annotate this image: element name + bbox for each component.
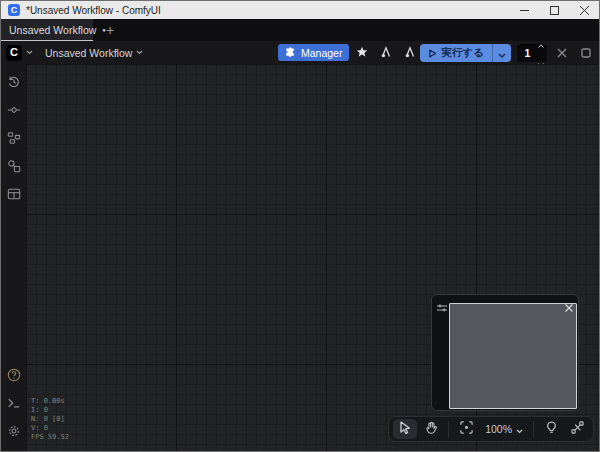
pan-hand-icon	[425, 420, 437, 438]
run-dropdown-chevron	[498, 44, 506, 62]
tab-unsaved-workflow[interactable]: Unsaved Workflow ●	[1, 19, 93, 41]
sidebar	[1, 64, 26, 452]
run-dropdown-button[interactable]	[493, 44, 511, 62]
sidebar-item-help[interactable]	[1, 363, 26, 391]
workflow-tabbar: Unsaved Workflow ● +	[1, 19, 599, 41]
stat-nodes: N: 0 [0]	[31, 415, 69, 424]
maximize-button[interactable]	[539, 1, 569, 19]
sidebar-item-queue[interactable]	[1, 70, 26, 98]
zoom-dropdown-chevron	[516, 420, 523, 438]
zoom-level-value: 100%	[485, 423, 512, 435]
pan-tool-button[interactable]	[419, 419, 443, 439]
whats-new-button[interactable]	[351, 44, 373, 61]
minimap-panel[interactable]	[431, 294, 579, 411]
logo-dropdown-chevron[interactable]	[26, 50, 33, 55]
sidebar-bottom	[1, 363, 26, 452]
sidebar-item-node-library[interactable]	[1, 126, 26, 154]
minimap-viewport[interactable]	[449, 303, 577, 409]
sidebar-item-node-link[interactable]	[1, 98, 26, 126]
zoom-level-control[interactable]: 100%	[480, 420, 528, 438]
run-cluster: 実行する 1	[420, 41, 596, 64]
toggle-links-icon	[571, 420, 584, 438]
node-link-icon	[7, 103, 21, 121]
cursor-icon	[399, 420, 411, 438]
window-title: *Unsaved Workflow - ComfyUI	[26, 5, 161, 16]
model-manager-button[interactable]	[399, 44, 421, 61]
help-icon	[7, 368, 21, 386]
settings-gear-icon	[7, 424, 21, 442]
minimize-icon	[520, 6, 529, 15]
comfyui-menu-logo[interactable]: C	[6, 45, 22, 61]
toolbar-divider	[533, 421, 534, 437]
fit-view-icon	[460, 420, 473, 438]
comfyui-window: C *Unsaved Workflow - ComfyUI Unsaved Wo…	[0, 0, 600, 452]
fit-view-button[interactable]	[454, 419, 478, 439]
action-bar-left: C Unsaved Workflow	[6, 41, 143, 64]
sidebar-item-model-library[interactable]	[1, 154, 26, 182]
toggle-theme-button[interactable]	[539, 419, 563, 439]
toggle-links-button[interactable]	[565, 419, 589, 439]
close-button[interactable]	[569, 1, 599, 19]
sidebar-item-templates[interactable]	[1, 182, 26, 210]
minimap-options-icon[interactable]	[436, 299, 448, 317]
stop-button[interactable]	[577, 44, 595, 62]
stat-images: I: 0	[31, 406, 69, 415]
stat-time: T: 0.00s	[31, 397, 69, 406]
manager-button[interactable]: Manager	[278, 44, 349, 61]
action-bar: C Unsaved Workflow Manager ⋮	[1, 41, 599, 64]
perf-stats: T: 0.00s I: 0 N: 0 [0] V: 0 FPS 59.52	[31, 397, 69, 442]
run-button: 実行する	[420, 44, 512, 62]
manager-button-label: Manager	[301, 47, 342, 59]
queue-history-icon	[7, 75, 21, 93]
templates-icon	[7, 187, 21, 205]
stepper-up-icon[interactable]	[538, 34, 544, 52]
run-button-main[interactable]: 実行する	[420, 44, 493, 62]
terminal-icon	[7, 396, 21, 414]
maximize-icon	[550, 6, 559, 15]
batch-count-stepper[interactable]: 1	[517, 44, 547, 62]
lightbulb-icon	[546, 420, 557, 438]
select-tool-button[interactable]	[393, 419, 417, 439]
run-button-label: 実行する	[442, 46, 485, 60]
minimap-close-button[interactable]	[565, 298, 573, 316]
batch-count-value: 1	[517, 47, 538, 59]
custom-nodes-icon	[380, 44, 392, 62]
os-titlebar: C *Unsaved Workflow - ComfyUI	[1, 1, 599, 19]
canvas-toolbar: 100%	[388, 416, 594, 442]
graph-canvas[interactable]: T: 0.00s I: 0 N: 0 [0] V: 0 FPS 59.52	[26, 64, 600, 452]
star-icon	[356, 44, 368, 62]
x-icon	[557, 44, 567, 62]
model-manager-icon	[404, 44, 416, 62]
play-icon	[428, 44, 437, 62]
sidebar-item-settings[interactable]	[1, 419, 26, 447]
workflow-dropdown-chevron[interactable]	[136, 50, 143, 55]
stop-icon	[581, 44, 591, 62]
stat-v: V: 0	[31, 424, 69, 433]
toolbar-divider	[448, 421, 449, 437]
new-workflow-tab-button[interactable]: +	[99, 19, 121, 41]
sidebar-item-terminal[interactable]	[1, 391, 26, 419]
workflow-name[interactable]: Unsaved Workflow	[45, 47, 132, 59]
puzzle-icon	[285, 44, 296, 62]
comfyui-logo: C	[8, 4, 20, 16]
model-library-icon	[7, 159, 21, 177]
minimize-button[interactable]	[509, 1, 539, 19]
node-library-icon	[7, 131, 21, 149]
custom-nodes-button[interactable]	[375, 44, 397, 61]
close-icon	[580, 6, 589, 15]
stat-fps: FPS 59.52	[31, 433, 69, 442]
clear-queue-button[interactable]	[553, 44, 571, 62]
tab-label: Unsaved Workflow	[9, 24, 96, 36]
window-controls	[509, 1, 599, 19]
